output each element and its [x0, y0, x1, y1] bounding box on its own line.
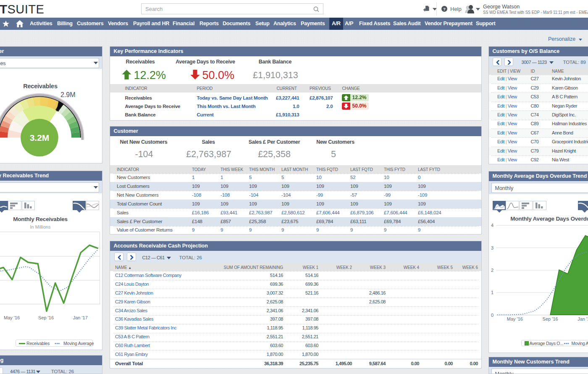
- svg-text:Sep '16: Sep '16: [38, 315, 54, 320]
- svg-text:4: 4: [491, 223, 493, 228]
- svg-text:May '16: May '16: [507, 316, 522, 321]
- svg-text:Jan '17: Jan '17: [73, 315, 88, 320]
- svg-text:3: 3: [491, 245, 493, 250]
- svg-text:Jan '17: Jan '17: [578, 316, 588, 321]
- svg-text:3.2M: 3.2M: [30, 133, 50, 142]
- svg-text:1: 1: [491, 290, 493, 295]
- svg-text:2: 2: [491, 268, 493, 273]
- svg-text:Sep '16: Sep '16: [542, 316, 558, 321]
- svg-text:0: 0: [491, 312, 493, 317]
- svg-text:May '16: May '16: [4, 315, 20, 320]
- svg-text:?: ?: [443, 7, 446, 11]
